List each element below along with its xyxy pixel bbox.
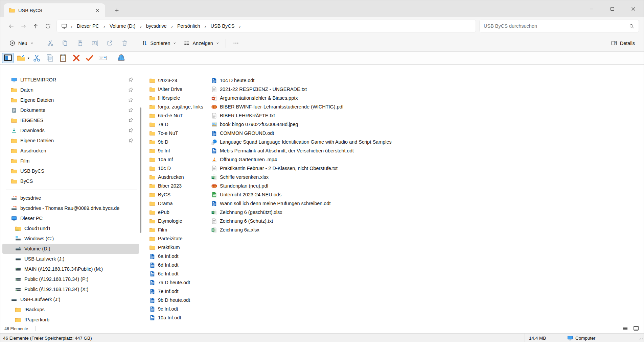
file-item-book-bingo-079022f05006448d-jpeg[interactable]: book bingo 079022f05006448d.jpeg bbox=[210, 120, 299, 129]
sidebar-item-cloud1und1[interactable]: Cloud1und1 bbox=[2, 223, 139, 234]
sidebar-item-windows-c[interactable]: Windows (C:) bbox=[2, 234, 139, 244]
sidebar-item-littlemirror[interactable]: LITTLEMIRROR bbox=[2, 75, 139, 85]
folder-item-10c-d[interactable]: 10c D bbox=[148, 164, 172, 173]
sidebar-scrollbar[interactable] bbox=[140, 107, 141, 233]
file-item-biber-lehrkr-fte-txt[interactable]: BIBER LEHRKRÄFTE.txt bbox=[210, 111, 276, 120]
breadcrumb-item-volume-d[interactable]: Volume (D:) bbox=[108, 22, 137, 30]
sidebar-item-ausdrucken[interactable]: Ausdrucken bbox=[2, 146, 139, 156]
shell-button[interactable] bbox=[116, 53, 127, 63]
file-item-9b-d-heute-odt[interactable]: 9b D heute.odt bbox=[148, 296, 191, 304]
folder-item-parteizitate[interactable]: Parteizitate bbox=[148, 234, 184, 243]
folder-item-bycs[interactable]: ByCS bbox=[148, 190, 172, 199]
up-button[interactable] bbox=[29, 20, 42, 32]
view-button[interactable]: Anzeigen bbox=[180, 38, 223, 49]
file-item-zeichnung-6-schutz-txt[interactable]: Zeichnung 6 (Schutz).txt bbox=[210, 217, 274, 225]
thumbnail-view-button[interactable] bbox=[631, 325, 640, 333]
file-item-wann-soll-ich-denn-meine-pr-fungen-schreiben-odt[interactable]: Wann soll ich denn meine Prüfungen schre… bbox=[210, 199, 332, 208]
sidebar-item-usb-laufwerk-j[interactable]: USB-Laufwerk (J:) bbox=[2, 294, 139, 304]
refresh-button[interactable] bbox=[42, 20, 54, 32]
details-view-button[interactable] bbox=[621, 325, 629, 333]
close-button[interactable] bbox=[623, 0, 644, 17]
sidebar-item-public-192-168-178-34-p[interactable]: Public (\\192.168.178.34) (P:) bbox=[2, 274, 139, 284]
copy-button[interactable] bbox=[58, 38, 73, 49]
folder-item-9c-inf[interactable]: 9c Inf bbox=[148, 146, 171, 155]
details-pane-button[interactable]: Details bbox=[607, 38, 638, 49]
cut-button[interactable] bbox=[43, 38, 58, 49]
sidebar-item-downloads[interactable]: Downloads bbox=[2, 125, 139, 136]
breadcrumb-item-dieser-pc[interactable]: Dieser PC bbox=[75, 22, 100, 30]
dropdown-caret-icon[interactable]: ▾ bbox=[28, 56, 29, 60]
file-item-common-ground-odt[interactable]: COMMON GROUND.odt bbox=[210, 129, 275, 138]
file-item-2021-22-respizienz-ungerade-txt[interactable]: 2021-22 RESPIZIENZ - UNGERADE.txt bbox=[210, 85, 308, 94]
sidebar-item-volume-d[interactable]: Volume (D:) bbox=[2, 244, 139, 254]
sidebar-item-usb-bycs[interactable]: USB ByCS bbox=[2, 166, 139, 176]
sidebar-item-bycsdrive-thomas-rau-0089-drive-bycs-de[interactable]: bycsdrive - Thomas Rau@0089.drive.bycs.d… bbox=[2, 203, 139, 213]
file-item-10c-d-heute-odt[interactable]: 10c D heute.odt bbox=[210, 76, 256, 85]
paste-button[interactable] bbox=[73, 38, 88, 49]
folder-item-film[interactable]: Film bbox=[148, 225, 168, 234]
paste-classic-button[interactable] bbox=[58, 53, 69, 63]
rename-button[interactable]: A bbox=[88, 38, 102, 49]
resize-grip[interactable] bbox=[639, 336, 643, 342]
minimize-button[interactable] bbox=[581, 0, 602, 17]
folder-item-h-rspiele[interactable]: !Hörspiele bbox=[148, 94, 181, 102]
address-bar[interactable]: ›Dieser PC›Volume (D:)›bycsdrive›Persönl… bbox=[56, 20, 476, 32]
back-button[interactable] bbox=[5, 20, 17, 32]
file-item-stundenplan-neu-pdf[interactable]: PDFStundenplan (neu).pdf bbox=[210, 181, 270, 190]
folder-item-etymologie[interactable]: Etymologie bbox=[148, 217, 184, 225]
file-item-schiffe-versenken-xlsx[interactable]: XSchiffe versenken.xlsx bbox=[210, 173, 270, 181]
folder-item-6a-d-e-nut[interactable]: 6a-d-e NuT bbox=[148, 111, 184, 120]
apply-check-button[interactable] bbox=[84, 53, 95, 63]
folder-item-biber-2023[interactable]: Biber 2023 bbox=[148, 181, 183, 190]
file-item-praktikantin-februar-2-d-klassen-nicht-oberstufe-txt[interactable]: Praktikantin Februar - 2 D-Klassen, nich… bbox=[210, 164, 339, 173]
file-item-unterricht-2023-24-neu-ods[interactable]: Unterricht 2023-24 NEU.ods bbox=[210, 190, 283, 199]
file-item-zeichnung-6a-xlsx[interactable]: XZeichnung 6a.xlsx bbox=[210, 225, 261, 234]
file-item-language-squad-language-identification-game-with-audio-and-script-samples[interactable]: Language Squad Language Identification G… bbox=[210, 138, 393, 146]
delete-button[interactable] bbox=[117, 38, 132, 49]
explorer-tab[interactable]: USB ByCS bbox=[4, 3, 105, 17]
copy-classic-button[interactable] bbox=[44, 53, 56, 63]
folder-checkmark-button[interactable] bbox=[15, 53, 27, 63]
folder-item-7a-d[interactable]: 7a D bbox=[148, 120, 170, 129]
file-item-biber-bwinf-fuer-lehramtsstudierende-wichtig-pdf[interactable]: PDFBIBER BWINF-fuer-Lehramtsstudierende … bbox=[210, 102, 345, 111]
breadcrumb-item-bycsdrive[interactable]: bycsdrive bbox=[145, 22, 168, 30]
file-item-10a-inf-odt[interactable]: 10a Inf.odt bbox=[148, 313, 183, 322]
sidebar-item-papierkorb[interactable]: !Papierkorb bbox=[2, 315, 139, 324]
search-icon[interactable] bbox=[629, 23, 635, 29]
sidebar-item-main-192-168-178-34-public-m[interactable]: MAIN (\\192.168.178.34\Public) (M:) bbox=[2, 264, 139, 274]
more-button[interactable] bbox=[229, 38, 244, 49]
folder-item-2023-24[interactable]: !2023-24 bbox=[148, 76, 179, 85]
sort-button[interactable]: Sortieren bbox=[138, 38, 180, 49]
tab-close-icon[interactable] bbox=[93, 6, 102, 15]
sidebar-item-film[interactable]: Film bbox=[2, 156, 139, 166]
new-button[interactable]: Neu bbox=[6, 38, 37, 49]
file-item-zeichnung-6-gesch-tzt-xlsx[interactable]: XZeichnung 6 (geschützt).xlsx bbox=[210, 208, 284, 217]
sidebar-item-bycs[interactable]: ByCS bbox=[2, 176, 139, 186]
file-item-6a-inf-odt[interactable]: 6a Inf.odt bbox=[148, 252, 180, 261]
file-item-9c-inf-odt[interactable]: 9c Inf.odt bbox=[148, 304, 180, 313]
folder-item-ausdrucken[interactable]: Ausdrucken bbox=[148, 173, 185, 181]
sidebar-item-dokumente[interactable]: Dokumente bbox=[2, 105, 139, 115]
breadcrumb-item-pers-nlich[interactable]: Persönlich bbox=[176, 22, 202, 30]
sidebar-item-usb-laufwerk-j[interactable]: USB-Laufwerk (J:) bbox=[2, 254, 139, 264]
rename-box-button[interactable] bbox=[97, 53, 109, 63]
file-item-7a-d-heute-odt[interactable]: 7a D heute.odt bbox=[148, 278, 191, 287]
sidebar-item-daten[interactable]: Daten bbox=[2, 85, 139, 95]
sidebar-item-bycsdrive[interactable]: bycsdrive bbox=[2, 193, 139, 203]
sidebar-item-backups[interactable]: !Backups bbox=[2, 304, 139, 315]
folder-item-alter-drive[interactable]: !Alter Drive bbox=[148, 85, 184, 94]
sidebar-item-dieser-pc[interactable]: Dieser PC bbox=[2, 213, 139, 223]
sidebar-item-eigenes[interactable]: !EIGENES bbox=[2, 115, 139, 125]
folder-item-7c-e-nut[interactable]: 7c-e NuT bbox=[148, 129, 180, 138]
folder-item-orga-zug-nge-links[interactable]: !orga, zugänge, links bbox=[148, 102, 205, 111]
sidebar-item-eigene-dateien[interactable]: Eigene Dateien bbox=[2, 136, 139, 146]
file-item-ffnung-gartent-ren-mp4[interactable]: Öffnung Gartentüren .mp4 bbox=[210, 155, 278, 164]
file-item-6e-inf-odt[interactable]: 6e Inf.odt bbox=[148, 269, 180, 278]
cut-classic-button[interactable] bbox=[31, 53, 43, 63]
file-item-mebis-permalink-auf-abschnitt-der-verschieben-bersteht-odt[interactable]: Mebis Permalink auf Abschnitt, der Versc… bbox=[210, 146, 355, 155]
cancel-x-button[interactable] bbox=[71, 53, 82, 63]
sidebar-item-public-192-168-178-34-x[interactable]: Public (\\192.168.178.34) (X:) bbox=[2, 284, 139, 294]
folder-item-10a-inf[interactable]: 10a Inf bbox=[148, 155, 174, 164]
folder-item-drama[interactable]: Drama bbox=[148, 199, 174, 208]
forward-button[interactable] bbox=[17, 20, 29, 32]
